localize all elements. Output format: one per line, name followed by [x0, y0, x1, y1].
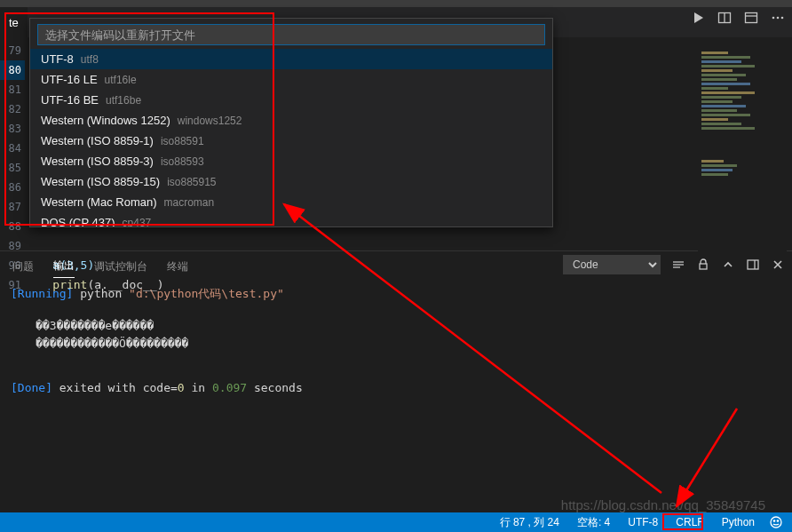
- tab-debug[interactable]: 调试控制台: [94, 256, 147, 278]
- encoding-label: Western (Windows 1252): [41, 114, 170, 127]
- svg-point-15: [771, 517, 781, 528]
- encoding-option[interactable]: Western (Windows 1252)windows1252: [30, 110, 552, 131]
- encoding-label: UTF-16 LE: [41, 73, 98, 86]
- encoding-sublabel: macroman: [164, 196, 215, 209]
- encoding-sublabel: cp437: [123, 217, 152, 227]
- encoding-option[interactable]: UTF-16 LEutf16le: [30, 69, 552, 90]
- encoding-option[interactable]: UTF-16 BEutf16be: [30, 90, 552, 110]
- output-channel-select[interactable]: Code: [563, 255, 661, 274]
- svg-point-16: [773, 520, 774, 521]
- close-panel-icon[interactable]: [771, 258, 785, 272]
- encoding-option[interactable]: Western (Mac Roman)macroman: [30, 192, 552, 212]
- clear-icon[interactable]: [671, 258, 685, 272]
- tab-label: te: [9, 16, 19, 29]
- encoding-label: Western (Mac Roman): [41, 195, 157, 209]
- run-icon[interactable]: [691, 11, 705, 25]
- svg-point-5: [777, 17, 780, 20]
- editor-tab[interactable]: te: [0, 7, 28, 37]
- status-line-col[interactable]: 行 87 , 列 24: [496, 515, 563, 530]
- encoding-sublabel: iso88593: [161, 155, 204, 168]
- more-icon[interactable]: [771, 11, 785, 25]
- encoding-label: UTF-8: [41, 52, 74, 66]
- tab-problems[interactable]: 问题: [12, 256, 34, 278]
- status-spaces[interactable]: 空格: 4: [574, 515, 614, 530]
- encoding-sublabel: utf16be: [106, 94, 141, 107]
- panel-layout-icon[interactable]: [746, 258, 760, 272]
- encoding-option[interactable]: Western (ISO 8859-1)iso88591: [30, 131, 552, 151]
- encoding-option[interactable]: Western (ISO 8859-3)iso88593: [30, 151, 552, 171]
- encoding-sublabel: iso88591: [161, 135, 204, 147]
- window-titlebar: [0, 0, 792, 7]
- encoding-label: Western (ISO 8859-3): [41, 155, 154, 168]
- encoding-label: DOS (CP 437): [41, 216, 115, 226]
- encoding-sublabel: windows1252: [178, 115, 242, 127]
- encoding-label: Western (ISO 8859-1): [41, 134, 154, 147]
- editor-actions: [691, 11, 785, 25]
- line-gutter: 79 80 81 82 83 84 85 86 87 88 89 90 91: [0, 37, 25, 250]
- encoding-option[interactable]: Western (ISO 8859-15)iso885915: [30, 171, 552, 192]
- output-body[interactable]: [Running] python "d:\python代码\test.py" �…: [0, 282, 792, 401]
- encoding-sublabel: utf8: [81, 53, 99, 66]
- encoding-option[interactable]: UTF-8utf8: [30, 49, 552, 69]
- feedback-icon[interactable]: [769, 515, 783, 529]
- encoding-option[interactable]: DOS (CP 437)cp437: [30, 212, 552, 226]
- svg-point-17: [777, 520, 778, 521]
- layout-icon[interactable]: [744, 11, 758, 25]
- status-encoding[interactable]: UTF-8: [624, 516, 661, 528]
- encoding-list: UTF-8utf8UTF-16 LEutf16leUTF-16 BEutf16b…: [30, 49, 552, 226]
- encoding-label: UTF-16 BE: [41, 93, 99, 107]
- encoding-search-input[interactable]: [38, 25, 544, 44]
- encoding-sublabel: iso885915: [167, 176, 216, 188]
- svg-rect-2: [746, 13, 757, 23]
- svg-point-4: [772, 17, 775, 20]
- status-bar: 行 87 , 列 24 空格: 4 UTF-8 CRLF Python: [0, 512, 792, 532]
- encoding-label: Western (ISO 8859-15): [41, 175, 160, 188]
- encoding-picker: UTF-8utf8UTF-16 LEutf16leUTF-16 BEutf16b…: [29, 18, 553, 227]
- tab-terminal[interactable]: 终端: [167, 256, 188, 278]
- panel-tabs: 问题 输出 调试控制台 终端 Code: [0, 251, 792, 282]
- minimap[interactable]: [698, 50, 787, 263]
- encoding-sublabel: utf16le: [105, 74, 137, 86]
- svg-rect-10: [700, 264, 707, 269]
- chevron-up-icon[interactable]: [721, 258, 735, 272]
- status-language[interactable]: Python: [718, 516, 758, 528]
- encoding-search-box: [37, 24, 545, 45]
- lock-icon[interactable]: [696, 258, 710, 272]
- svg-rect-11: [748, 260, 758, 269]
- svg-point-6: [781, 17, 784, 20]
- split-icon[interactable]: [717, 11, 732, 25]
- tab-output[interactable]: 输出: [53, 255, 75, 278]
- status-eol[interactable]: CRLF: [672, 516, 707, 528]
